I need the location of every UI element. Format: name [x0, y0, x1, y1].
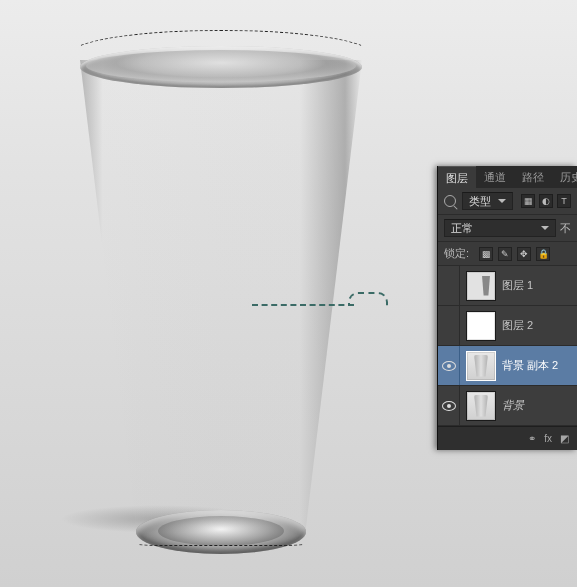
eye-icon	[442, 361, 456, 371]
layer-row[interactable]: 图层 2	[438, 306, 577, 346]
layer-thumbnail[interactable]	[466, 311, 496, 341]
layer-name[interactable]: 背景 副本 2	[502, 358, 573, 373]
visibility-toggle[interactable]	[438, 266, 460, 305]
chevron-down-icon	[498, 199, 506, 203]
layer-list: 图层 1 图层 2 背景 副本 2 背景	[438, 266, 577, 426]
opacity-fragment: 不	[560, 221, 571, 236]
layer-name[interactable]: 背景	[502, 398, 573, 413]
mask-icon[interactable]: ◩	[560, 433, 569, 444]
annotation-mark	[252, 288, 392, 312]
filter-type-label: 类型	[469, 194, 491, 209]
lock-position-icon[interactable]: ✥	[517, 247, 531, 261]
blend-mode-dropdown[interactable]: 正常	[444, 219, 556, 237]
filter-pixel-icon[interactable]: ▦	[521, 194, 535, 208]
layer-thumbnail[interactable]	[466, 271, 496, 301]
eye-icon	[442, 401, 456, 411]
filter-type-icon[interactable]: T	[557, 194, 571, 208]
filter-icons: ▦ ◐ T	[521, 194, 571, 208]
search-icon[interactable]	[444, 195, 456, 207]
layer-name[interactable]: 图层 1	[502, 278, 573, 293]
visibility-toggle[interactable]	[438, 346, 460, 385]
visibility-toggle[interactable]	[438, 386, 460, 425]
filter-type-dropdown[interactable]: 类型	[462, 192, 513, 210]
layer-thumbnail[interactable]	[466, 351, 496, 381]
link-layers-icon[interactable]: ⚭	[528, 433, 536, 444]
tab-channels[interactable]: 通道	[476, 166, 514, 188]
layer-row[interactable]: 背景 副本 2	[438, 346, 577, 386]
layer-name[interactable]: 图层 2	[502, 318, 573, 333]
layer-row[interactable]: 图层 1	[438, 266, 577, 306]
filter-adjust-icon[interactable]: ◐	[539, 194, 553, 208]
tab-layers[interactable]: 图层	[438, 166, 476, 188]
tab-history[interactable]: 历史记	[552, 166, 577, 188]
layers-panel: 图层 通道 路径 历史记 类型 ▦ ◐ T 正常 不 锁定: ▩ ✎ ✥ 🔒	[437, 166, 577, 450]
fx-icon[interactable]: fx	[544, 433, 552, 444]
panel-footer: ⚭ fx ◩	[438, 426, 577, 450]
layer-thumbnail[interactable]	[466, 391, 496, 421]
lock-all-icon[interactable]: 🔒	[536, 247, 550, 261]
layer-row[interactable]: 背景	[438, 386, 577, 426]
filter-row: 类型 ▦ ◐ T	[438, 188, 577, 215]
lock-row: 锁定: ▩ ✎ ✥ 🔒	[438, 242, 577, 266]
lock-pixels-icon[interactable]: ✎	[498, 247, 512, 261]
tab-paths[interactable]: 路径	[514, 166, 552, 188]
blend-row: 正常 不	[438, 215, 577, 242]
blend-mode-label: 正常	[451, 221, 473, 236]
chevron-down-icon	[541, 226, 549, 230]
lock-transparent-icon[interactable]: ▩	[479, 247, 493, 261]
lock-label: 锁定:	[444, 246, 469, 261]
panel-tabs: 图层 通道 路径 历史记	[438, 166, 577, 188]
visibility-toggle[interactable]	[438, 306, 460, 345]
